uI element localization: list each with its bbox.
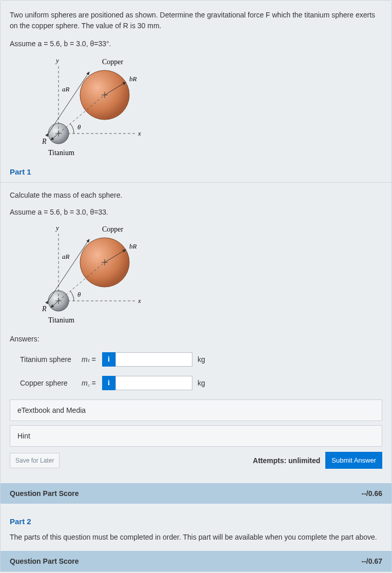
score-value: --/0.66 (362, 489, 382, 498)
etextbook-button[interactable]: eTextbook and Media (10, 399, 382, 421)
svg-text:x: x (138, 297, 141, 304)
part2-title: Part 2 (10, 517, 382, 529)
score-value-2: --/0.67 (362, 557, 382, 565)
score-bar-part1: Question Part Score --/0.66 (1, 483, 391, 504)
svg-text:aR: aR (62, 253, 70, 260)
svg-text:bR: bR (129, 75, 137, 83)
diagram-part1: x θ y aR bR R Copper Titanium (30, 224, 143, 327)
titanium-label: Titanium sphere (20, 355, 82, 364)
svg-text:R: R (42, 305, 47, 313)
question-assume: Assume a = 5.6, b = 3.0, θ=33°. (10, 39, 382, 49)
score-label: Question Part Score (10, 489, 79, 498)
action-row: Save for Later Attempts: unlimited Submi… (10, 452, 382, 469)
part2-text: The parts of this question must be compl… (10, 532, 382, 543)
svg-text:Titanium: Titanium (48, 149, 74, 157)
part1-assume: Assume a = 5.6, b = 3.0, θ=33. (10, 207, 382, 218)
svg-text:aR: aR (62, 85, 70, 93)
svg-text:Copper: Copper (102, 58, 124, 66)
copper-input[interactable] (115, 376, 192, 390)
part1-box: Calculate the mass of each sphere. Assum… (1, 182, 391, 483)
svg-text:θ: θ (77, 291, 81, 298)
svg-text:R: R (42, 138, 47, 145)
submit-answer-button[interactable]: Submit Answer (325, 452, 382, 469)
hint-button[interactable]: Hint (10, 425, 382, 447)
svg-text:θ: θ (77, 123, 81, 131)
copper-var: m꜀ = (82, 379, 102, 388)
question-panel: Two uniform spheres are positioned as sh… (0, 0, 392, 572)
question-intro: Two uniform spheres are positioned as sh… (10, 10, 382, 31)
titanium-var: mₜ = (82, 355, 102, 364)
score-label-2: Question Part Score (10, 557, 79, 565)
info-icon[interactable]: i (102, 352, 115, 367)
copper-label: Copper sphere (20, 379, 82, 387)
diagram-top: x θ y aR bR R (30, 56, 143, 159)
svg-text:y: y (55, 56, 59, 64)
part1-title: Part 1 (10, 167, 382, 179)
svg-text:x: x (138, 129, 141, 137)
titanium-unit: kg (198, 355, 205, 364)
svg-text:bR: bR (129, 242, 137, 250)
info-icon[interactable]: i (102, 376, 115, 390)
titanium-input[interactable] (115, 352, 192, 367)
save-for-later-button[interactable]: Save for Later (10, 453, 60, 468)
svg-text:y: y (55, 224, 59, 232)
answer-row-titanium: Titanium sphere mₜ = i kg (20, 352, 382, 367)
score-bar-part2: Question Part Score --/0.67 (1, 551, 391, 571)
answer-row-copper: Copper sphere m꜀ = i kg (20, 376, 382, 390)
svg-text:Titanium: Titanium (48, 316, 74, 324)
svg-text:Copper: Copper (102, 225, 124, 233)
answers-label: Answers: (10, 335, 382, 343)
attempts-text: Attempts: unlimited (253, 456, 320, 465)
copper-unit: kg (198, 379, 205, 387)
attempts-wrap: Attempts: unlimited Submit Answer (253, 452, 382, 469)
part1-instruction: Calculate the mass of each sphere. (10, 190, 382, 201)
